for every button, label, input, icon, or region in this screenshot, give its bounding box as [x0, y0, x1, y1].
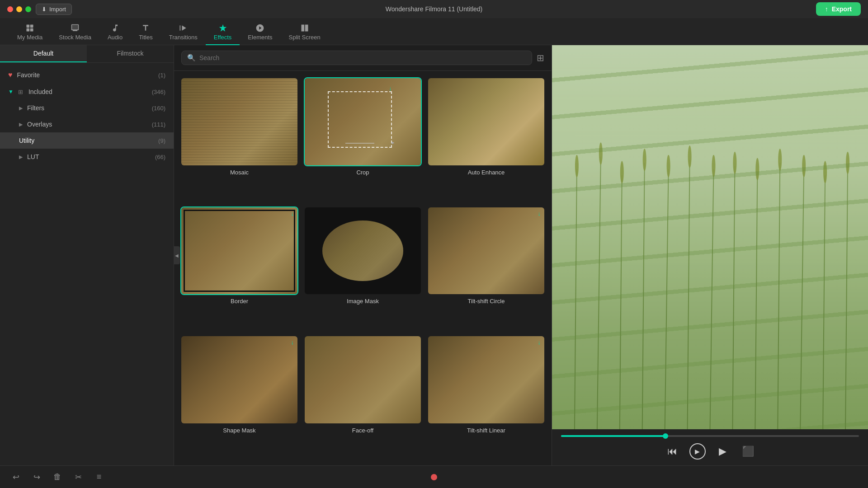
- svg-point-27: [778, 149, 782, 171]
- search-input-wrap: 🔍: [181, 51, 532, 65]
- effect-item-shape-mask[interactable]: ↓ Shape Mask: [181, 336, 297, 458]
- sidebar-item-count: (160): [152, 105, 165, 112]
- nav-stock-media[interactable]: Stock Media: [51, 20, 99, 45]
- preview-panel: ⏮ ▶ ▶ ⬛: [552, 45, 868, 465]
- svg-line-10: [688, 160, 690, 429]
- svg-rect-4: [552, 45, 868, 429]
- nav-my-media[interactable]: My Media: [9, 20, 51, 45]
- sidebar-item-count: (346): [152, 89, 165, 95]
- svg-rect-0: [27, 25, 30, 28]
- redo-button[interactable]: ↪: [30, 470, 43, 484]
- effect-label-shape-mask: Shape Mask: [223, 427, 255, 434]
- sidebar-tabs: Default Filmstock: [0, 45, 174, 63]
- sidebar-item-label: Included: [28, 88, 52, 95]
- search-bar: 🔍 ⊞: [174, 45, 552, 71]
- effect-item-border[interactable]: ↓ Border: [181, 207, 297, 329]
- sidebar-item-included[interactable]: ▼ ⊞ Included (346): [0, 84, 174, 100]
- effect-thumb-auto-enhance: [428, 78, 544, 165]
- sidebar-item-utility[interactable]: Utility (9): [0, 132, 174, 149]
- effect-item-image-mask[interactable]: Image Mask: [305, 207, 421, 329]
- sidebar-item-label: Filters: [27, 104, 44, 112]
- sidebar-item-count: (66): [155, 154, 165, 160]
- effect-item-auto-enhance[interactable]: Auto Enhance: [428, 78, 544, 200]
- svg-line-7: [620, 175, 622, 429]
- nav-transitions[interactable]: Transitions: [161, 20, 206, 45]
- svg-line-17: [845, 166, 848, 429]
- svg-point-29: [823, 161, 827, 183]
- sidebar-list: ♥ Favorite (1) ▼ ⊞ Included (346) ▶ Filt…: [0, 63, 174, 465]
- close-button[interactable]: [7, 6, 13, 12]
- effect-thumb-tilt-shift-linear: ↓: [428, 336, 544, 423]
- minimize-button[interactable]: [16, 6, 22, 12]
- sidebar-item-count: (111): [152, 121, 165, 128]
- effect-label-mosaic: Mosaic: [230, 169, 249, 176]
- stop-button[interactable]: ⬛: [740, 443, 756, 460]
- effects-grid: Mosaic ↓ ► Crop Auto: [174, 71, 552, 465]
- nav-split-screen[interactable]: Split Screen: [281, 20, 329, 45]
- grid-icon: ⊞: [18, 89, 23, 95]
- delete-button[interactable]: 🗑: [51, 470, 64, 484]
- sidebar-item-filters[interactable]: ▶ Filters (160): [0, 100, 174, 116]
- svg-line-11: [710, 169, 714, 429]
- nav-elements[interactable]: Elements: [240, 20, 280, 45]
- sidebar-collapse-button[interactable]: ◀: [174, 246, 180, 264]
- sidebar-tab-filmstock[interactable]: Filmstock: [87, 45, 174, 62]
- sidebar-tab-default[interactable]: Default: [0, 45, 87, 62]
- timeline-record-area: [431, 474, 437, 480]
- svg-point-25: [733, 152, 736, 174]
- export-label: Export: [832, 5, 852, 13]
- titlebar-left: ⬇ Import: [7, 4, 72, 15]
- content-area: 🔍 ⊞ Mosaic ↓: [174, 45, 552, 465]
- effect-item-tilt-shift-circle[interactable]: ↓ Tilt-shift Circle: [428, 207, 544, 329]
- heart-icon: ♥: [8, 71, 13, 79]
- effect-item-tilt-shift-linear[interactable]: ↓ Tilt-shift Linear: [428, 336, 544, 458]
- effect-thumb-image-mask: [305, 207, 421, 295]
- svg-point-30: [846, 152, 849, 174]
- svg-point-20: [620, 161, 624, 183]
- export-icon: ↑: [825, 5, 828, 13]
- svg-line-6: [597, 157, 601, 429]
- effect-thumb-mosaic: [181, 78, 297, 165]
- export-button[interactable]: ↑ Export: [816, 2, 861, 16]
- chevron-down-icon: ▼: [8, 89, 14, 95]
- playback-buttons: ⏮ ▶ ▶ ⬛: [664, 443, 756, 460]
- effect-thumb-shape-mask: ↓: [181, 336, 297, 423]
- record-indicator: [431, 474, 437, 480]
- svg-point-24: [712, 155, 715, 177]
- svg-point-22: [667, 155, 670, 177]
- skip-back-button[interactable]: ⏮: [664, 443, 680, 460]
- effect-item-face-off[interactable]: Face-off: [305, 336, 421, 458]
- sidebar-item-label: Overlays: [27, 121, 52, 128]
- nav-effects[interactable]: Effects: [206, 20, 240, 45]
- nav-audio[interactable]: Audio: [99, 20, 131, 45]
- settings-button[interactable]: ≡: [92, 470, 106, 484]
- sidebar-item-label: Favorite: [17, 71, 40, 79]
- sidebar-item-lut[interactable]: ▶ LUT (66): [0, 149, 174, 165]
- nav-titles[interactable]: Titles: [131, 20, 161, 45]
- import-button[interactable]: ⬇ Import: [36, 4, 72, 15]
- search-input[interactable]: [199, 54, 526, 61]
- svg-rect-1: [30, 25, 33, 28]
- svg-line-14: [778, 163, 780, 429]
- sidebar: Default Filmstock ♥ Favorite (1) ▼ ⊞ Inc…: [0, 45, 174, 465]
- undo-button[interactable]: ↩: [9, 470, 23, 484]
- preview-image-content: [552, 45, 868, 429]
- progress-bar[interactable]: [561, 435, 859, 437]
- main-nav: My Media Stock Media Audio Titles Transi…: [0, 18, 868, 45]
- maximize-button[interactable]: [25, 6, 31, 12]
- effect-label-face-off: Face-off: [352, 427, 373, 434]
- play-button[interactable]: ▶: [715, 443, 731, 460]
- sidebar-item-favorite[interactable]: ♥ Favorite (1): [0, 66, 174, 84]
- sidebar-item-overlays[interactable]: ▶ Overlays (111): [0, 116, 174, 132]
- sidebar-item-label: LUT: [27, 153, 39, 160]
- effect-item-mosaic[interactable]: Mosaic: [181, 78, 297, 200]
- grid-view-icon[interactable]: ⊞: [537, 52, 544, 63]
- body-area: Default Filmstock ♥ Favorite (1) ▼ ⊞ Inc…: [0, 45, 868, 465]
- effect-label-tilt-shift-circle: Tilt-shift Circle: [468, 298, 505, 305]
- svg-line-8: [642, 163, 645, 429]
- effect-label-tilt-shift-linear: Tilt-shift Linear: [467, 427, 505, 434]
- effect-item-crop[interactable]: ↓ ► Crop: [305, 78, 421, 200]
- svg-line-12: [732, 166, 735, 429]
- scissors-button[interactable]: ✂: [71, 470, 85, 484]
- play-pause-button[interactable]: ▶: [689, 443, 706, 460]
